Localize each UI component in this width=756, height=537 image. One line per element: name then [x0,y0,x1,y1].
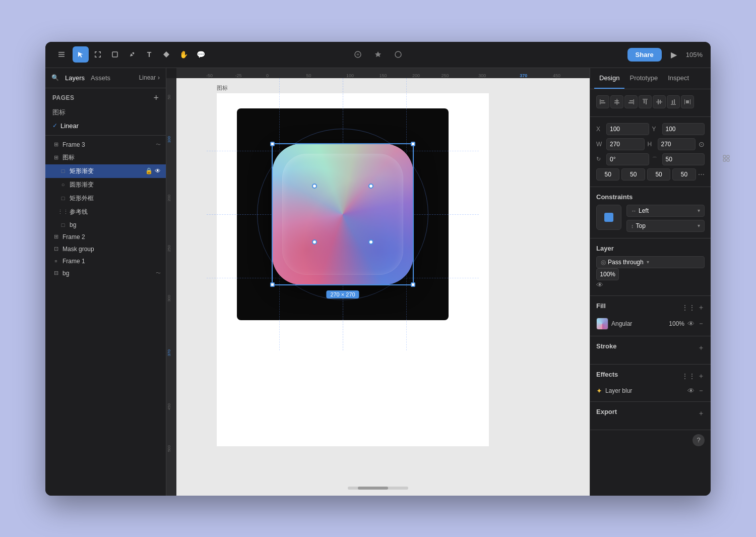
export-add-button[interactable]: ＋ [698,409,705,418]
constraint-v-icon: ↕ [631,223,634,229]
align-bottom-button[interactable] [667,95,680,108]
canvas-scroll[interactable] [348,487,408,490]
export-section: Export ＋ [590,402,711,430]
hand-tool-button[interactable]: ✋ [175,46,192,63]
fill-add-button[interactable]: ＋ [698,303,705,312]
stroke-section: Stroke ＋ [590,336,711,365]
svg-rect-29 [671,104,676,105]
text-tool-button[interactable]: T [141,46,157,63]
handle-tr[interactable] [411,142,415,146]
scroll-thumb[interactable] [358,487,388,490]
frame-tool-button[interactable] [90,46,106,63]
tab-assets[interactable]: Assets [91,72,110,84]
stroke-title-row: Stroke ＋ [596,342,705,354]
handle-bl[interactable] [270,282,275,287]
layer-circle-gradient[interactable]: ○ 圆形渐变 [45,178,166,192]
ruler-tick-h-300: 300 [478,73,486,78]
blend-mode-select[interactable]: ◎ Pass through ▾ [596,256,705,268]
help-button[interactable]: ? [692,434,705,446]
select-tool-button[interactable] [73,46,89,63]
layer-visibility-button[interactable]: 👁 [596,281,603,289]
layer-rect-border[interactable]: □ 矩形外框 [45,192,166,205]
layer-frame1[interactable]: ≡ Frame 1 [45,255,166,267]
menu-button[interactable] [53,46,70,63]
effects-section: Effects ⋮⋮ ＋ ✦ Layer blur 👁 － [590,365,711,402]
component-link-button[interactable] [350,46,366,63]
layer-mask-group[interactable]: ⊡ Mask group [45,243,166,255]
effects-header: Effects [596,371,618,378]
ruler-tick-v-500: 500 [167,445,171,452]
opacity-input[interactable]: 100% [596,268,619,280]
guide-lock-icon[interactable]: 🔒 [153,208,161,215]
constraint-v-select[interactable]: ↕ Top ▾ [626,220,705,232]
stroke-add-button[interactable]: ＋ [698,343,705,352]
rotation-input[interactable]: 0° [606,153,649,165]
layers-list: ⊞ Frame 3 〜 ⊞ 图标 □ 矩形渐变 🔒 👁 [45,139,166,279]
effects-add-button[interactable]: ＋ [698,372,705,381]
left-sidebar: 🔍 Layers Assets Linear › Pages + 图标 ✓ Li… [45,68,166,496]
handle-br[interactable] [411,282,415,287]
handle-tl[interactable] [270,142,275,146]
corner-tl[interactable]: 50 [596,168,619,181]
bg1-lock-icon[interactable]: 🔒 [153,221,161,228]
constrain-proportions-icon[interactable]: ⊙ [699,140,705,148]
zoom-label[interactable]: 105% [686,51,703,58]
fill-opacity-value[interactable]: 100% [666,320,684,327]
layer-bg1[interactable]: □ bg 🔒 [45,219,166,231]
distribute-h-button[interactable] [681,95,694,108]
page-name-linear: Linear [60,122,79,130]
right-panel: Design Prototype Inspect [590,68,711,496]
layer-guide[interactable]: ⋮⋮ 参考线 🔒 [45,205,166,219]
tab-inspect[interactable]: Inspect [663,68,694,89]
align-left-button[interactable] [596,95,609,108]
layer-icon-group[interactable]: ⊞ 图标 [45,151,166,164]
fill-remove-button[interactable]: － [698,319,705,328]
corner-br[interactable]: 50 [672,168,696,181]
shape-tool-button[interactable] [107,46,123,63]
component-tool-button[interactable] [158,46,174,63]
play-button[interactable]: ▶ [666,46,682,63]
toolbar: T ✋ 💬 [45,42,711,68]
effect-visibility-button[interactable]: 👁 [687,387,695,395]
page-item-icon[interactable]: 图标 [45,105,166,120]
w-input[interactable]: 270 [606,138,645,150]
help-area: ? [590,430,711,450]
plugin-button[interactable] [370,46,386,63]
layer-bg2[interactable]: ⊟ bg 〜 [45,267,166,279]
effect-remove-button[interactable]: － [698,386,705,395]
bg2-indicator: 〜 [156,270,161,277]
constraint-h-select[interactable]: ↔ Left ▾ [626,205,705,217]
constraints-header: Constraints [596,193,705,201]
x-input[interactable]: 100 [606,123,649,135]
tab-prototype[interactable]: Prototype [624,68,663,89]
more-options-button[interactable]: ··· [698,170,705,179]
layer-rect-gradient[interactable]: □ 矩形渐变 🔒 👁 [45,164,166,178]
fill-swatch[interactable] [596,318,608,330]
h-input[interactable]: 270 [658,138,696,150]
corner-bl[interactable]: 50 [647,168,670,181]
tab-design[interactable]: Design [594,68,624,89]
add-page-button[interactable]: + [153,93,159,102]
theme-button[interactable] [390,46,406,63]
pen-tool-button[interactable] [124,46,140,63]
align-right-button[interactable] [624,95,638,108]
icon-shape-main [272,144,413,285]
effects-grid-button[interactable]: ⋮⋮ [681,372,696,381]
share-button[interactable]: Share [627,48,662,62]
lock-icon[interactable]: 🔒 [145,167,153,174]
fill-grid-button[interactable]: ⋮⋮ [681,303,696,312]
tab-layers[interactable]: Layers [65,72,85,84]
svg-rect-34 [686,100,689,103]
fill-visibility-button[interactable]: 👁 [687,320,695,328]
y-input[interactable]: 100 [662,123,705,135]
eye-icon[interactable]: 👁 [155,167,161,174]
align-center-h-button[interactable] [610,95,623,108]
page-item-linear[interactable]: ✓ Linear [45,120,166,132]
corner-tr[interactable]: 50 [621,168,645,181]
align-top-button[interactable] [639,95,652,108]
radius-input[interactable]: 50 [662,153,705,165]
layer-frame3[interactable]: ⊞ Frame 3 〜 [45,139,166,151]
align-center-v-button[interactable] [653,95,666,108]
comment-tool-button[interactable]: 💬 [193,46,209,63]
layer-frame2[interactable]: ⊞ Frame 2 [45,231,166,243]
